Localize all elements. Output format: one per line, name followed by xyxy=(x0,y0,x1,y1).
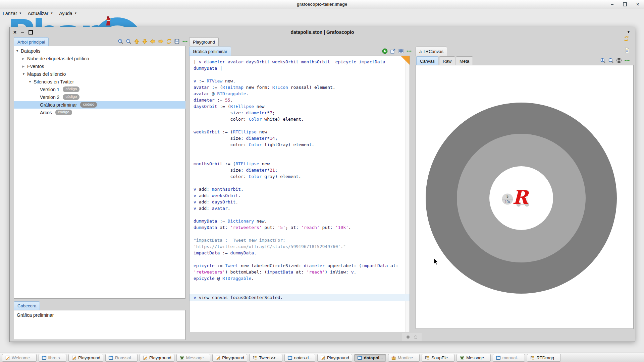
code-line[interactable]: avatar @ RTDraggable. xyxy=(194,90,405,97)
tree-item-datapolis[interactable]: ▼Datapolis xyxy=(14,47,185,55)
refresh-icon[interactable] xyxy=(166,39,172,44)
code-line[interactable]: dummyData | xyxy=(194,65,405,71)
table-icon[interactable] xyxy=(398,48,404,54)
taskbar-button-soupele[interactable]: SoupEle... xyxy=(422,354,454,362)
taskbar-button-welcome[interactable]: Welcome... xyxy=(2,354,37,362)
arrow-up-icon[interactable] xyxy=(134,39,140,44)
tree-item-nube-de-etiquetas-del-político[interactable]: ▶Nube de etiquetas del político xyxy=(14,55,185,62)
code-line[interactable] xyxy=(194,154,405,161)
tree-collapse-icon[interactable]: ▼ xyxy=(16,49,21,53)
taskbar-button-manual[interactable]: manual-... xyxy=(493,354,525,362)
code-line[interactable]: size: diameter*7; xyxy=(194,110,405,116)
save-icon[interactable] xyxy=(174,39,180,44)
code-editor[interactable]: | v diameter avatar daysOrbit weeksOrbit… xyxy=(189,56,410,332)
tree-item-version-2[interactable]: Version 2código xyxy=(14,93,185,101)
code-line[interactable]: weeksOrbit := (RTEllipse new xyxy=(194,129,405,135)
tab-grafica-preliminar[interactable]: Gráfica preliminar xyxy=(189,47,231,56)
code-line[interactable]: 'https://twitter.com/offrayLC/status/599… xyxy=(194,243,405,250)
window-title-bar[interactable]: ✕ datapolis.ston | Grafoscopio ▼ xyxy=(10,27,635,37)
dots-icon[interactable] xyxy=(406,48,412,54)
code-line[interactable] xyxy=(194,288,405,294)
close-icon[interactable]: ✕ xyxy=(13,30,17,35)
taskbar-button-tweet[interactable]: Tweet>>... xyxy=(249,354,282,362)
tree-expand-icon[interactable]: ▶ xyxy=(22,65,27,68)
roassal-avatar-r[interactable]: R xyxy=(513,186,529,208)
arrow-right-icon[interactable] xyxy=(158,39,164,44)
code-line[interactable] xyxy=(194,231,405,237)
tree-item-gráfica-preliminar[interactable]: Gráfica preliminarcódigo xyxy=(14,101,185,109)
zoom-out-icon[interactable] xyxy=(126,39,131,44)
taskbar-button-libro-s[interactable]: libro.s... xyxy=(39,354,67,362)
doc-icon[interactable] xyxy=(624,48,630,53)
code-line[interactable]: size: diameter*21; xyxy=(194,167,405,173)
code-line[interactable]: color: Color gray) element. xyxy=(194,173,405,180)
tab-trcanvas[interactable]: a TRCanvas xyxy=(416,47,447,56)
tree-item-version-1[interactable]: Version 1código xyxy=(14,85,185,93)
code-line[interactable]: impactData := dummyData. xyxy=(194,250,405,256)
tree-item-silencios-en-twitter[interactable]: ▼Silencios en Twitter xyxy=(14,78,185,85)
code-line[interactable]: v := RTView new. xyxy=(194,78,405,84)
tree-item-mapas-del-silencio[interactable]: ▼Mapas del silencio xyxy=(14,70,185,78)
taskbar-button-message[interactable]: Message... xyxy=(457,354,491,362)
code-line[interactable]: color: Color lightGray) element. xyxy=(194,141,405,148)
window-menu-chevron-icon[interactable]: ▼ xyxy=(627,30,630,34)
code-line[interactable]: v add: monthsOrbit. xyxy=(194,186,405,192)
taskbar-button-roassal[interactable]: Roassal... xyxy=(105,354,138,362)
refresh-icon[interactable] xyxy=(624,36,629,42)
code-line[interactable]: color: Color white) element. xyxy=(194,116,405,122)
code-line[interactable]: v add: daysOrbit. xyxy=(194,199,405,205)
code-line[interactable]: v add: avatar. xyxy=(194,205,405,212)
code-line[interactable]: dummyData at: 'retweeters' put: '5'; at:… xyxy=(194,224,405,231)
taskbar-button-playground[interactable]: Playground xyxy=(140,354,174,362)
tree-collapse-icon[interactable]: ▼ xyxy=(22,72,27,76)
code-line[interactable] xyxy=(194,256,405,262)
taskbar-button-message[interactable]: Message... xyxy=(176,354,211,362)
tree-item-eventos[interactable]: ▶Eventos xyxy=(14,62,185,70)
pager-dot-inactive[interactable] xyxy=(414,336,417,339)
code-line[interactable]: 'retweeters') bottomLabel: (impactData a… xyxy=(194,269,405,275)
taskbar-button-datapol[interactable]: datapol... xyxy=(354,354,386,362)
minimize-icon[interactable] xyxy=(611,4,613,5)
taskbar-button-playground[interactable]: Playground xyxy=(212,354,247,362)
arrow-down-icon[interactable] xyxy=(142,39,148,44)
code-line[interactable]: avatar := (RTBitmap new form: RTIcon roa… xyxy=(194,84,405,90)
tab-cabecera[interactable]: Cabecera xyxy=(14,301,40,310)
tree-collapse-icon[interactable]: ▼ xyxy=(29,80,34,83)
taskbar-button-playground[interactable]: Playground xyxy=(317,354,352,362)
zoom-in-icon[interactable] xyxy=(118,39,123,44)
code-line[interactable] xyxy=(194,212,405,218)
tree-item-arcos[interactable]: Arcoscódigo xyxy=(14,109,185,116)
pager-dot-active[interactable] xyxy=(407,336,410,339)
node-header-field[interactable]: Gráfica preliminar xyxy=(14,310,185,340)
code-line[interactable] xyxy=(194,148,405,154)
code-line[interactable]: diameter := 55. xyxy=(194,97,405,103)
minimize-icon[interactable] xyxy=(21,32,24,33)
code-line[interactable]: dummyData := Dictionary new. xyxy=(194,218,405,224)
zoom-reset-icon[interactable] xyxy=(616,58,622,63)
code-line[interactable] xyxy=(194,122,405,129)
zoom-in-icon[interactable] xyxy=(600,58,606,63)
tab-canvas[interactable]: Canvas xyxy=(416,56,438,65)
publish-icon[interactable] xyxy=(390,48,396,54)
dots-icon[interactable] xyxy=(624,58,630,63)
code-line[interactable]: v view canvas focusOnCenterScaled. xyxy=(190,294,410,301)
code-line[interactable] xyxy=(194,71,405,78)
tab-playground[interactable]: Playground xyxy=(189,37,219,46)
code-line[interactable] xyxy=(194,180,405,186)
code-line[interactable]: monthsOrbit := (RTEllipse new xyxy=(194,161,405,167)
code-line[interactable]: epicycle := Tweet new labeledCircleSized… xyxy=(194,262,405,269)
taskbar-button-notas-d[interactable]: notas-d... xyxy=(284,354,315,362)
tree-expand-icon[interactable]: ▶ xyxy=(22,57,27,60)
code-line[interactable]: | v diameter avatar daysOrbit weeksOrbit… xyxy=(194,59,405,65)
taskbar-button-montice[interactable]: Montice... xyxy=(388,354,420,362)
zoom-out-icon[interactable] xyxy=(608,58,614,63)
code-line[interactable]: daysOrbit := (RTEllipse new xyxy=(194,103,405,110)
roassal-canvas[interactable]: 5 10k R xyxy=(416,65,634,329)
tab-raw[interactable]: Raw xyxy=(439,56,455,65)
maximize-icon[interactable] xyxy=(623,2,627,6)
code-line[interactable] xyxy=(194,282,405,288)
code-line[interactable]: v add: weeksOrbit. xyxy=(194,192,405,199)
dots-icon[interactable] xyxy=(182,39,188,44)
tab-meta[interactable]: Meta xyxy=(456,56,473,65)
code-line[interactable]: "impactData := Tweet new impactFor: xyxy=(194,237,405,243)
